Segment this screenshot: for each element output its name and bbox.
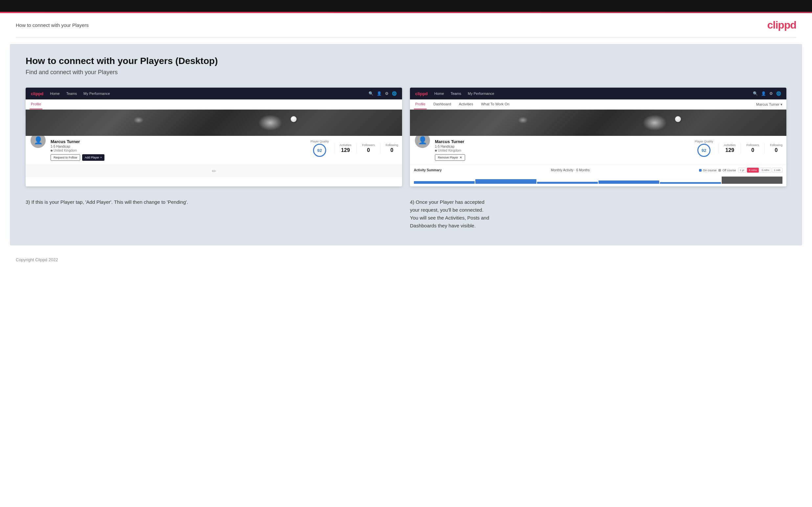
activity-period: Monthly Activity · 6 Months: [551, 168, 590, 172]
stat-quality-label-2: Player Quality: [695, 140, 713, 143]
golf-banner-1: [26, 110, 402, 136]
quality-circle-2: 92: [697, 144, 711, 157]
profile-actions-1: Request to Follow Add Player +: [51, 154, 306, 161]
stat-following-2: Following 0: [770, 144, 782, 153]
header-divider: [16, 37, 796, 38]
app-logo-1: clippd: [31, 91, 43, 96]
footer: Copyright Clippd 2022: [0, 252, 812, 268]
activity-header: Activity Summary Monthly Activity · 6 Mo…: [414, 168, 782, 173]
caption-row: 3) If this is your Player tap, 'Add Play…: [26, 198, 786, 230]
tab-profile-1[interactable]: Profile: [30, 100, 42, 109]
stat-quality-1: Player Quality 92: [310, 140, 329, 157]
stat-divider-a2: [718, 144, 719, 153]
stat-divider-a1: [334, 144, 335, 153]
activity-controls: On course Off course 1 yr 6 mths 3 mths …: [699, 168, 782, 173]
caption-line4: Dashboards they have visible.: [410, 223, 476, 228]
stat-quality-2: Player Quality 92: [695, 140, 713, 157]
stat-following-label-1: Following: [386, 144, 398, 147]
profile-actions-2: Remove Player ✕: [435, 154, 691, 161]
nav-teams-2[interactable]: Teams: [451, 92, 461, 96]
caption-line1: 4) Once your Player has accepted: [410, 199, 485, 205]
player-name-2: Marcus Turner: [435, 139, 691, 144]
add-player-button[interactable]: Add Player +: [82, 154, 104, 161]
mockup-2: clippd Home Teams My Performance 🔍 👤 ⚙ 🌐…: [410, 88, 786, 186]
remove-x-icon: ✕: [460, 156, 462, 159]
caption-line3: You will see the Activities, Posts and: [410, 215, 489, 221]
nav-icons-1: 🔍 👤 ⚙ 🌐: [368, 91, 397, 96]
location-dot-2: [435, 150, 437, 152]
request-follow-button[interactable]: Request to Follow: [51, 154, 80, 161]
copyright: Copyright Clippd 2022: [16, 257, 58, 262]
stat-following-value-2: 0: [770, 147, 782, 153]
bar-4: [599, 180, 659, 184]
player-location-2: United Kingdom: [435, 149, 691, 152]
caption-text-2: 4) Once your Player has accepted your re…: [410, 198, 786, 230]
player-handicap-1: 1-5 Handicap: [51, 145, 306, 148]
tab-what-to-work-on-2[interactable]: What To Work On: [479, 100, 510, 109]
page-header: How to connect with your Players clippd: [0, 13, 812, 37]
legend-off-course: Off course: [718, 169, 736, 172]
stat-followers-value-2: 0: [746, 147, 759, 153]
nav-performance-2[interactable]: My Performance: [468, 92, 494, 96]
nav-home-2[interactable]: Home: [434, 92, 444, 96]
stat-activities-value-2: 129: [724, 147, 736, 153]
mini-chart: [414, 175, 782, 184]
bar-2: [475, 179, 536, 184]
time-btn-6mths[interactable]: 6 mths: [747, 168, 759, 173]
bar-6: [722, 177, 782, 184]
stat-activities-2: Activities 129: [724, 144, 736, 153]
golf-ball-1: [291, 116, 297, 122]
tabs-right-player[interactable]: Marcus Turner ▾: [756, 102, 782, 107]
profile-details-2: Marcus Turner 1-5 Handicap United Kingdo…: [435, 138, 691, 161]
nav-icons-2: 🔍 👤 ⚙ 🌐: [753, 91, 781, 96]
caption-1: 3) If this is your Player tap, 'Add Play…: [26, 198, 402, 230]
nav-home-1[interactable]: Home: [50, 92, 59, 96]
globe-icon-1[interactable]: 🌐: [392, 91, 397, 96]
stat-following-value-1: 0: [386, 147, 398, 153]
stat-followers-label-2: Followers: [746, 144, 759, 147]
golf-ball-2: [675, 116, 681, 122]
app-tabs-2: Profile Dashboard Activities What To Wor…: [410, 100, 786, 110]
tab-dashboard-2[interactable]: Dashboard: [432, 100, 452, 109]
remove-player-button[interactable]: Remove Player ✕: [435, 154, 465, 161]
app-navbar-1: clippd Home Teams My Performance 🔍 👤 ⚙ 🌐: [26, 88, 402, 100]
stats-row-2: Player Quality 92 Activities 129 Followe…: [695, 138, 782, 157]
profile-icon-1[interactable]: 👤: [377, 91, 382, 96]
activity-summary: Activity Summary Monthly Activity · 6 Mo…: [410, 165, 786, 186]
quality-circle-1: 92: [313, 144, 326, 157]
legend-dot-gray: [718, 169, 721, 172]
search-icon-1[interactable]: 🔍: [368, 91, 373, 96]
stat-activities-value-1: 129: [340, 147, 351, 153]
stat-followers-label-1: Followers: [362, 144, 375, 147]
mockup-bottom-1: ✏: [26, 165, 402, 177]
tab-activities-2[interactable]: Activities: [458, 100, 474, 109]
golf-banner-2: [410, 110, 786, 136]
stat-divider-b2: [741, 144, 741, 153]
stat-activities-1: Activities 129: [340, 144, 351, 153]
nav-teams-1[interactable]: Teams: [66, 92, 77, 96]
time-btn-1mth[interactable]: 1 mth: [772, 168, 782, 173]
tab-profile-2[interactable]: Profile: [414, 100, 427, 109]
caption-line2: your request, you'll be connected.: [410, 207, 484, 213]
stat-followers-value-1: 0: [362, 147, 375, 153]
settings-icon-1[interactable]: ⚙: [385, 91, 389, 96]
main-subtitle: Find and connect with your Players: [26, 69, 786, 76]
profile-info-1: 👤 Marcus Turner 1-5 Handicap United King…: [26, 136, 402, 165]
breadcrumb: How to connect with your Players: [16, 22, 89, 28]
player-handicap-2: 1-5 Handicap: [435, 145, 691, 148]
globe-icon-2[interactable]: 🌐: [776, 91, 781, 96]
settings-icon-2[interactable]: ⚙: [769, 91, 773, 96]
caption-2: 4) Once your Player has accepted your re…: [410, 198, 786, 230]
main-content: How to connect with your Players (Deskto…: [10, 44, 802, 245]
nav-performance-1[interactable]: My Performance: [84, 92, 110, 96]
profile-icon-2[interactable]: 👤: [761, 91, 766, 96]
time-btn-1yr[interactable]: 1 yr: [738, 168, 746, 173]
app-tabs-1: Profile: [26, 100, 402, 110]
search-icon-2[interactable]: 🔍: [753, 91, 758, 96]
time-btn-3mths[interactable]: 3 mths: [759, 168, 771, 173]
bar-5: [660, 182, 721, 184]
mockup-1: clippd Home Teams My Performance 🔍 👤 ⚙ 🌐…: [26, 88, 402, 186]
main-title: How to connect with your Players (Deskto…: [26, 56, 786, 66]
bar-3: [537, 182, 598, 184]
stat-activities-label-2: Activities: [724, 144, 736, 147]
